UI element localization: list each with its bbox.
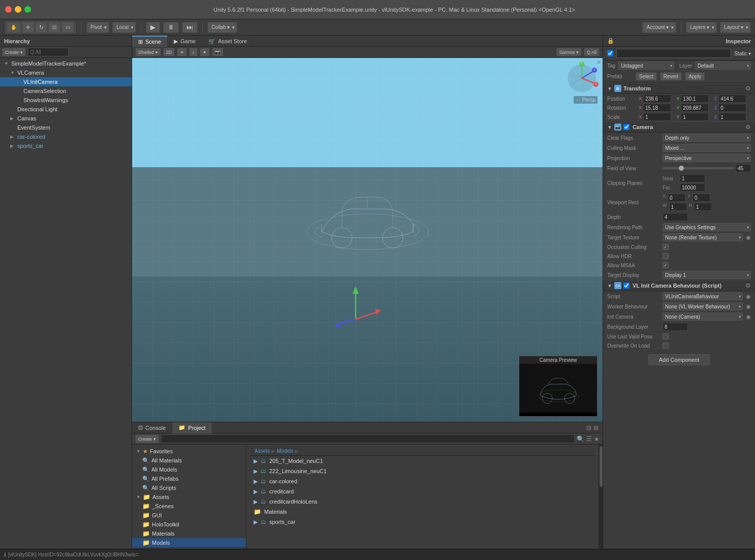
far-value[interactable]: 10000 (680, 183, 705, 192)
hierarchy-item-sportscar[interactable]: ▶ sports_car (0, 141, 132, 150)
camera-component-header[interactable]: ▼ 📷 Camera ⚙ (603, 121, 755, 133)
collapse-icon[interactable]: ⊟ (586, 424, 591, 431)
script-settings-icon[interactable]: ⚙ (745, 282, 751, 289)
breadcrumb-assets[interactable]: Assets (255, 448, 270, 454)
fov-slider[interactable] (663, 167, 734, 169)
maximize-icon[interactable]: ⊞ (593, 424, 599, 431)
tab-asset-store[interactable]: 🛒 Asset Store (202, 36, 254, 47)
model-222[interactable]: ▶ 🗂 222_Limousine_neuC1 (250, 466, 594, 476)
all-scripts-item[interactable]: 🔍 All Scripts (132, 483, 246, 492)
scale-y[interactable]: 1 (681, 113, 709, 121)
layer-dropdown[interactable]: Default (695, 61, 751, 70)
scene-view[interactable]: ✕ (132, 58, 603, 422)
all-models-item[interactable]: 🔍 All Models (132, 465, 246, 474)
worker-pick-icon[interactable]: ◉ (746, 303, 751, 310)
plugins-folder[interactable]: 📁 Plugins (132, 547, 246, 549)
hierarchy-item-showinitwarnings[interactable]: ShowInitWarnings (0, 96, 132, 105)
all-materials-item[interactable]: 🔍 All Materials (132, 456, 246, 465)
play-button[interactable]: ▶ (146, 22, 160, 33)
project-scrollbar[interactable] (599, 445, 603, 549)
worker-dropdown[interactable]: None (VL Worker Behaviour) (663, 302, 743, 310)
pivot-dropdown[interactable]: Pivot (86, 22, 109, 33)
model-205[interactable]: ▶ 🗂 205_T_Model_neuC1 (250, 456, 594, 466)
occlusion-culling-checkbox[interactable] (663, 244, 669, 250)
rotate-tool-btn[interactable]: ↻ (35, 22, 47, 33)
minimize-button[interactable] (15, 6, 21, 13)
move-tool-btn[interactable]: ✛ (22, 22, 34, 33)
star-icon[interactable]: ★ (594, 435, 600, 443)
clear-flags-dropdown[interactable]: Depth only (663, 134, 751, 142)
target-display-dropdown[interactable]: Display 1 (663, 271, 751, 279)
tab-scene[interactable]: ⊞ Scene (132, 36, 168, 47)
projection-dropdown[interactable]: Perspective (663, 154, 751, 162)
scale-z[interactable]: 1 (718, 113, 746, 121)
allow-hdr-checkbox[interactable] (663, 253, 669, 259)
script-value-field[interactable]: VLInitCameraBehaviour (663, 292, 743, 300)
hierarchy-item-canvas[interactable]: ▶ Canvas (0, 114, 132, 123)
culling-mask-dropdown[interactable]: Mixed ... (663, 144, 751, 152)
allow-msaa-checkbox[interactable] (663, 262, 669, 268)
near-value[interactable]: 1 (680, 174, 705, 182)
apply-btn[interactable]: Apply (685, 72, 705, 81)
hierarchy-item-vlcamera[interactable]: ▼ VLCamera (0, 68, 132, 77)
overwrite-checkbox[interactable] (663, 343, 669, 349)
obj-name-field[interactable]: VLInitCamera (616, 49, 731, 58)
favorites-header[interactable]: ▼ ★ Favorites (132, 447, 246, 456)
holotoolkit-folder[interactable]: 📁 HoloToolkit (132, 520, 246, 529)
tab-game[interactable]: ▶ Game (168, 36, 202, 47)
assets-header[interactable]: ▼ 📁 Assets (132, 492, 246, 502)
fov-value[interactable]: 45 (736, 164, 751, 172)
search-icon[interactable]: 🔍 (577, 435, 584, 443)
rot-x[interactable]: 15.18 (643, 104, 671, 112)
hierarchy-item-car-colored[interactable]: ▶ car-colored (0, 132, 132, 141)
model-sportscar[interactable]: ▶ 🗂 sports_car (250, 517, 594, 527)
bg-layer-value[interactable]: 8 (663, 323, 688, 331)
collab-dropdown[interactable]: Collab ▾ (207, 22, 237, 33)
hand-tool-btn[interactable]: ✋ (7, 22, 21, 33)
model-materials[interactable]: 📁 Materials (250, 507, 594, 517)
target-texture-pick-icon[interactable]: ◉ (746, 234, 751, 241)
script-active-checkbox[interactable] (623, 283, 630, 289)
rot-y[interactable]: 209.887 (681, 104, 709, 112)
last-valid-checkbox[interactable] (663, 333, 669, 339)
account-dropdown[interactable]: Account ▾ (642, 22, 676, 33)
select-btn[interactable]: Select (636, 72, 657, 81)
layers-dropdown[interactable]: Layers ▾ (686, 22, 717, 33)
hierarchy-item-eventsystem[interactable]: EventSystem (0, 123, 132, 132)
pause-button[interactable]: ⏸ (163, 22, 179, 33)
pos-z[interactable]: 414.6 (718, 95, 746, 103)
close-button[interactable] (5, 6, 12, 13)
target-texture-dropdown[interactable]: None (Render Texture) (663, 233, 743, 241)
add-component-btn[interactable]: Add Component (648, 354, 710, 365)
depth-value[interactable]: 4 (663, 213, 688, 221)
local-dropdown[interactable]: Local (112, 22, 136, 33)
audio-btn[interactable]: ♪ (189, 48, 198, 56)
model-creditcard[interactable]: ▶ 🗂 creditcard (250, 486, 594, 496)
project-create-btn[interactable]: Create ▾ (135, 434, 159, 443)
2d-btn[interactable]: 2D (163, 48, 175, 56)
rendering-path-dropdown[interactable]: Use Graphics Settings (663, 223, 751, 231)
scale-tool-btn[interactable]: ⊡ (48, 22, 60, 33)
materials-folder[interactable]: 📁 Materials (132, 529, 246, 538)
search-scene-btn[interactable]: Q All (584, 48, 600, 56)
hierarchy-item-vlinitcamera[interactable]: VLInitCamera (0, 77, 132, 86)
script-pick-icon[interactable]: ◉ (746, 293, 751, 300)
vp-h[interactable]: 1 (694, 203, 712, 211)
step-button[interactable]: ⏭ (182, 22, 198, 33)
light-btn[interactable]: ☀ (177, 48, 187, 56)
models-folder[interactable]: 📁 Models (132, 538, 246, 547)
filter-icon[interactable]: ☰ (586, 435, 592, 443)
gui-folder[interactable]: 📁 GUI (132, 511, 246, 520)
gizmos-btn[interactable]: Gizmos ▾ (556, 48, 582, 56)
scale-x[interactable]: 1 (643, 113, 671, 121)
project-search[interactable] (161, 434, 575, 443)
rot-z[interactable]: 0 (718, 104, 746, 112)
breadcrumb-models[interactable]: Models (277, 448, 293, 454)
init-camera-pick-icon[interactable]: ◉ (746, 314, 751, 320)
init-camera-dropdown[interactable]: None (Camera) (663, 313, 743, 321)
tag-dropdown[interactable]: Untagged (618, 61, 674, 70)
all-prefabs-item[interactable]: 🔍 All Prefabs (132, 474, 246, 483)
hierarchy-item-cameraselection[interactable]: CameraSelection (0, 86, 132, 96)
model-car-colored[interactable]: ▶ 🗂 car-colored (250, 476, 594, 486)
revert-btn[interactable]: Revert (660, 72, 682, 81)
